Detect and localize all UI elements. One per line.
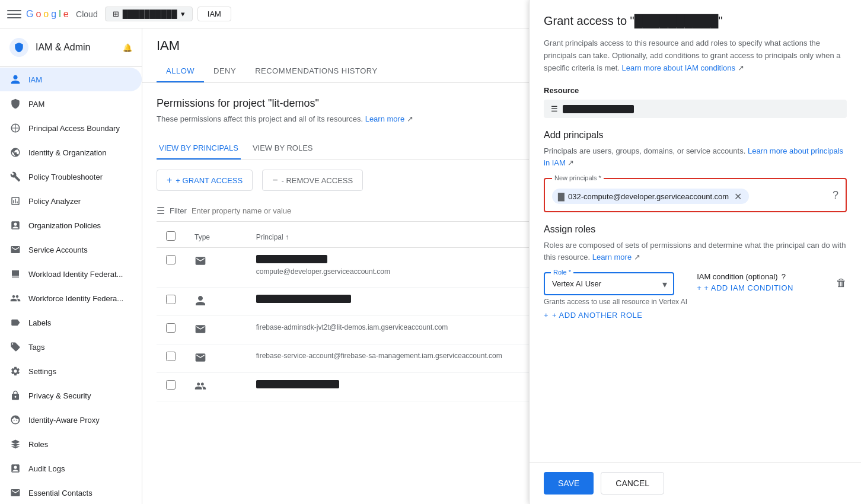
assign-roles-title: Assign roles <box>544 224 847 235</box>
account-icon <box>9 244 21 256</box>
row-checkbox-1[interactable] <box>166 295 176 304</box>
assign-roles-desc: Roles are composed of sets of permission… <box>544 240 847 263</box>
analyzer-icon <box>9 195 21 207</box>
sidebar-item-label-settings: Settings <box>28 367 56 376</box>
sidebar-item-workforce-identity[interactable]: Workforce Identity Federa... <box>0 286 142 310</box>
row-type-3 <box>185 344 247 373</box>
roles-icon <box>9 438 21 450</box>
save-button[interactable]: SAVE <box>544 472 594 495</box>
sidebar-item-pam[interactable]: PAM <box>0 92 142 116</box>
sidebar-item-label-roles: Roles <box>28 440 48 449</box>
role-select[interactable]: Vertex AI User <box>545 273 673 294</box>
delete-role-button[interactable]: 🗑 <box>836 277 847 289</box>
settings-icon <box>9 365 21 377</box>
add-iam-condition-link[interactable]: + + ADD IAM CONDITION <box>697 283 827 292</box>
principal-chip: ▇ 032-compute@developer.gserviceaccount.… <box>552 189 749 204</box>
sidebar-item-label-tags: Tags <box>28 343 44 352</box>
resource-label: Resource <box>544 86 847 95</box>
sidebar-item-pab[interactable]: Principal Access Boundary <box>0 116 142 140</box>
view-by-principals[interactable]: VIEW BY PRINCIPALS <box>157 138 241 160</box>
add-another-role-link[interactable]: + + ADD ANOTHER ROLE <box>544 311 847 320</box>
sidebar-item-audit-logs[interactable]: Audit Logs <box>0 457 142 480</box>
sidebar-item-labels[interactable]: Labels <box>0 311 142 334</box>
chip-email: 032-compute@developer.gserviceaccount.co… <box>568 192 729 201</box>
sidebar-item-identity-org[interactable]: Identity & Organization <box>0 141 142 164</box>
row-type-4 <box>185 373 247 401</box>
project-icon: ⊞ <box>113 9 119 18</box>
iam-condition-help-icon[interactable]: ? <box>782 272 786 281</box>
sidebar-item-roles[interactable]: Roles <box>0 432 142 456</box>
sidebar-item-policy-analyzer[interactable]: Policy Analyzer <box>0 189 142 213</box>
menu-icon[interactable] <box>7 7 21 21</box>
add-principals-desc: Principals are users, groups, domains, o… <box>544 145 847 168</box>
sidebar-item-label-workload-identity: Workload Identity Federat... <box>28 270 123 279</box>
grant-access-button[interactable]: + + GRANT ACCESS <box>157 170 253 191</box>
sidebar-item-org-policies[interactable]: Organization Policies <box>0 213 142 237</box>
tab-allow[interactable]: ALLOW <box>157 60 204 82</box>
sidebar-item-label-identity-aware-proxy: Identity-Aware Proxy <box>28 416 100 425</box>
sidebar-item-label-iam: IAM <box>28 75 42 84</box>
remove-access-icon: − <box>272 175 278 186</box>
sidebar-item-iam[interactable]: IAM <box>0 68 142 91</box>
workforce-icon <box>9 292 21 304</box>
resource-box: ☰ <box>544 100 847 118</box>
row-checkbox-2[interactable] <box>166 323 176 333</box>
learn-roles-link[interactable]: Learn more <box>592 253 632 261</box>
boundary-icon <box>9 122 21 134</box>
sidebar-header-title: IAM & Admin <box>36 42 90 53</box>
filter-label: Filter <box>170 206 187 215</box>
sidebar-item-label-org-policies: Organization Policies <box>28 221 101 230</box>
resource-name-redacted <box>563 105 634 113</box>
new-principals-label: New principals * <box>552 174 604 181</box>
sidebar-item-identity-aware-proxy[interactable]: Identity-Aware Proxy <box>0 408 142 432</box>
help-icon[interactable]: ? <box>833 189 838 202</box>
chip-avatar: ▇ <box>558 192 565 201</box>
person-icon <box>9 74 21 85</box>
view-by-roles[interactable]: VIEW BY ROLES <box>250 138 315 160</box>
type-header: Type <box>185 227 247 248</box>
sidebar-item-label-identity-org: Identity & Organization <box>28 148 107 157</box>
iam-tab-chip[interactable]: IAM <box>197 7 231 21</box>
role-row: Role * Vertex AI User ▾ Grants access to… <box>544 272 847 306</box>
panel-description: Grant principals access to this resource… <box>544 37 847 74</box>
row-checkbox-3[interactable] <box>166 352 176 361</box>
row-checkbox-0[interactable] <box>166 255 176 264</box>
sidebar-item-settings[interactable]: Settings <box>0 359 142 383</box>
sidebar-item-label-labels: Labels <box>28 318 51 327</box>
sidebar-item-essential-contacts[interactable]: Essential Contacts <box>0 481 142 504</box>
iam-admin-icon <box>9 38 28 57</box>
tab-recommendations[interactable]: RECOMMENDATIONS HISTORY <box>245 60 387 82</box>
select-all-checkbox[interactable] <box>166 231 176 241</box>
learn-more-link[interactable]: Learn more <box>365 114 404 123</box>
row-checkbox-4[interactable] <box>166 380 176 390</box>
learn-iam-conditions-link[interactable]: Learn more about IAM conditions <box>622 63 736 72</box>
cancel-button[interactable]: CANCEL <box>601 472 664 495</box>
sidebar-item-tags[interactable]: Tags <box>0 335 142 359</box>
sidebar-item-workload-identity[interactable]: Workload Identity Federat... <box>0 262 142 286</box>
sidebar-item-label-essential-contacts: Essential Contacts <box>28 489 93 497</box>
resource-icon: ☰ <box>551 104 558 113</box>
add-principals-title: Add principals <box>544 130 847 141</box>
google-logo: Google Cloud <box>26 9 98 20</box>
remove-access-button[interactable]: − - REMOVE ACCESS <box>262 170 363 191</box>
sidebar-item-service-accounts[interactable]: Service Accounts <box>0 238 142 261</box>
sidebar-header: IAM & Admin 🔔 <box>0 28 142 67</box>
role-label: Role * <box>551 269 573 276</box>
domain-icon <box>9 146 21 158</box>
sidebar-item-policy-troubleshooter[interactable]: Policy Troubleshooter <box>0 165 142 189</box>
grant-access-panel: Grant access to "██████████" Grant princ… <box>529 0 861 504</box>
sidebar-item-label-pab: Principal Access Boundary <box>28 124 120 133</box>
sidebar-item-privacy-security[interactable]: Privacy & Security <box>0 384 142 407</box>
tag-icon <box>9 341 21 353</box>
shield-icon <box>9 98 21 110</box>
tab-deny[interactable]: DENY <box>204 60 245 82</box>
notifications-icon[interactable]: 🔔 <box>123 43 132 52</box>
chip-close-button[interactable]: ✕ <box>732 191 743 202</box>
project-selector[interactable]: ⊞ ██████████ ▾ <box>105 7 193 21</box>
wrench-icon <box>9 171 21 183</box>
row-type-2 <box>185 316 247 344</box>
filter-icon: ☰ <box>157 205 165 216</box>
sidebar: IAM & Admin 🔔 IAM PAM Principal Access B… <box>0 28 142 504</box>
panel-title: Grant access to "██████████" <box>544 14 847 28</box>
role-hint: Grants access to use all resource in Ver… <box>544 298 687 306</box>
